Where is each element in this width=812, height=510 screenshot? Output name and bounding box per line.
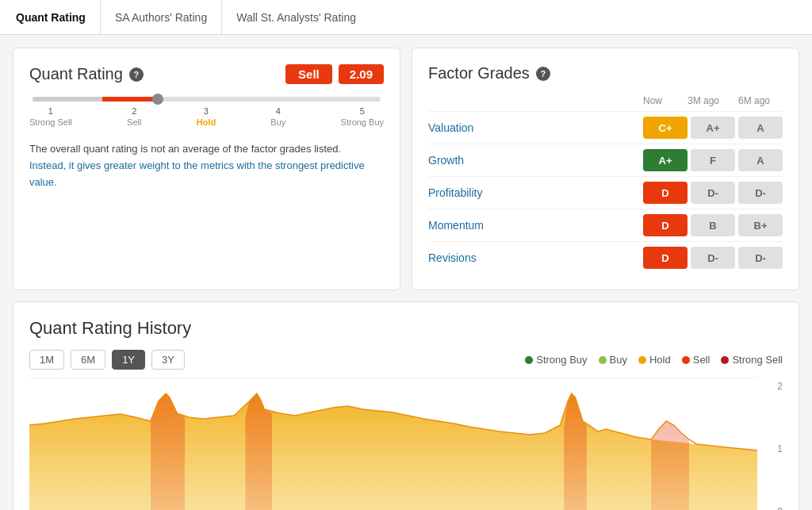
factor-row-valuation: Valuation C+ A+ A — [428, 111, 783, 144]
factor-grades-card: Factor Grades ? Now 3M ago 6M ago Valuat… — [412, 48, 799, 290]
grade-growth-6m: A — [738, 149, 783, 171]
factor-row-growth: Growth A+ F A — [428, 144, 783, 176]
grade-valuation-3m: A+ — [691, 117, 735, 139]
time-btn-1y[interactable]: 1Y — [112, 350, 145, 370]
quant-rating-card: Quant Rating ? Sell 2.09 1 Strong Sell — [13, 48, 400, 290]
legend-dot-strong-buy — [525, 356, 533, 364]
rating-slider: 1 Strong Sell 2 Sell 3 Hold 4 Buy — [29, 97, 384, 127]
grade-profitability-3m: D- — [691, 182, 735, 204]
grade-profitability-6m: D- — [738, 182, 783, 204]
time-btn-6m[interactable]: 6M — [71, 350, 105, 370]
factor-help-icon[interactable]: ? — [536, 67, 550, 81]
legend-dot-hold — [638, 356, 646, 364]
slider-label-2: 2 Sell — [127, 106, 141, 127]
col-now: Now — [627, 95, 678, 106]
factor-name-revisions[interactable]: Revisions — [428, 251, 643, 264]
legend-label-buy: Buy — [610, 354, 627, 366]
factor-row-revisions: Revisions D D- D- — [428, 241, 783, 274]
grade-valuation-6m: A — [738, 117, 783, 139]
slider-label-4: 4 Buy — [270, 106, 285, 127]
legend-dot-sell — [682, 356, 690, 364]
history-title: Quant Rating History — [29, 318, 783, 339]
grade-momentum-now: D — [643, 214, 688, 236]
time-btn-3y[interactable]: 3Y — [151, 350, 185, 370]
factor-col-headers: Now 3M ago 6M ago — [428, 95, 783, 106]
grade-revisions-6m: D- — [738, 247, 783, 269]
grade-momentum-3m: B — [691, 214, 735, 236]
grade-growth-now: A+ — [643, 149, 688, 171]
chart-wrapper: 2 1 0 Jul '21 Sep '21 Nov '21 Jan '22 Ma… — [29, 378, 783, 510]
legend-label-strong-buy: Strong Buy — [536, 354, 587, 366]
grade-revisions-3m: D- — [691, 247, 735, 269]
y-label-1: 1 — [757, 443, 783, 454]
score-badge: 2.09 — [339, 64, 384, 84]
chart-legend: Strong Buy Buy Hold Sell Strong Sell — [525, 354, 783, 366]
nav-sa-authors[interactable]: SA Authors' Rating — [101, 0, 222, 34]
grade-valuation-now: C+ — [643, 117, 688, 139]
factor-name-momentum[interactable]: Momentum — [428, 219, 643, 232]
legend-label-strong-sell: Strong Sell — [732, 354, 783, 366]
factor-row-momentum: Momentum D B B+ — [428, 209, 783, 241]
factor-grades-title: Factor Grades — [428, 64, 530, 82]
grade-momentum-6m: B+ — [738, 214, 783, 236]
quant-help-icon[interactable]: ? — [129, 67, 144, 82]
slider-label-1: 1 Strong Sell — [29, 106, 72, 127]
legend-dot-buy — [599, 356, 607, 364]
col-3m: 3M ago — [678, 95, 729, 106]
slider-label-3: 3 Hold — [197, 106, 216, 127]
sell-badge: Sell — [285, 64, 332, 84]
grade-growth-3m: F — [691, 149, 735, 171]
legend-strong-sell: Strong Sell — [721, 354, 783, 366]
legend-sell: Sell — [682, 354, 710, 366]
grade-profitability-now: D — [643, 182, 688, 204]
legend-strong-buy: Strong Buy — [525, 354, 587, 366]
quant-description: The overall quant rating is not an avera… — [29, 141, 384, 190]
legend-hold: Hold — [638, 354, 671, 366]
legend-buy: Buy — [599, 354, 627, 366]
factor-row-profitability: Profitability D D- D- — [428, 176, 783, 209]
legend-label-hold: Hold — [649, 354, 671, 366]
time-controls: 1M 6M 1Y 3Y Strong Buy Buy Hold — [29, 350, 783, 370]
history-chart — [29, 378, 757, 510]
slider-label-5: 5 Strong Buy — [341, 106, 384, 127]
col-6m: 6M ago — [729, 95, 779, 106]
legend-dot-strong-sell — [721, 356, 729, 364]
grade-revisions-now: D — [643, 247, 688, 269]
legend-label-sell: Sell — [693, 354, 710, 366]
factor-name-valuation[interactable]: Valuation — [428, 121, 643, 134]
factor-name-profitability[interactable]: Profitability — [428, 186, 643, 199]
history-card: Quant Rating History 1M 6M 1Y 3Y Strong … — [13, 301, 799, 510]
time-btn-1m[interactable]: 1M — [29, 350, 64, 370]
factor-name-growth[interactable]: Growth — [428, 154, 643, 167]
y-label-0: 0 — [757, 506, 783, 510]
quant-rating-title: Quant Rating — [29, 65, 123, 83]
nav-quant-rating[interactable]: Quant Rating — [16, 0, 101, 34]
top-nav: Quant Rating SA Authors' Rating Wall St.… — [0, 0, 812, 35]
y-label-2: 2 — [757, 381, 783, 392]
nav-wall-st[interactable]: Wall St. Analysts' Rating — [222, 0, 370, 34]
